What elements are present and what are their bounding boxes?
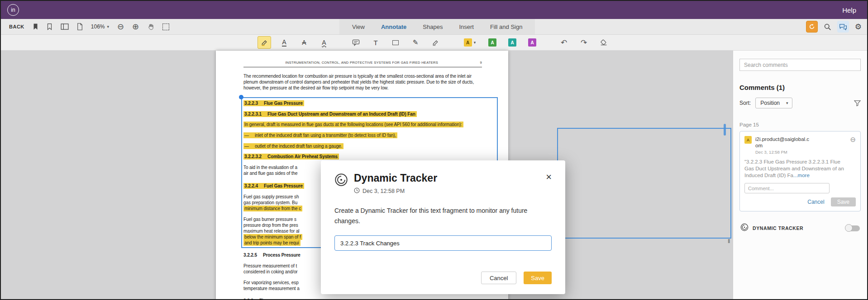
comments-count: (1) (777, 84, 785, 91)
chevron-down-icon: ▾ (474, 40, 476, 45)
undo-icon[interactable]: ↶ (557, 36, 571, 49)
document-line: —inlet of the induced draft fan using a … (243, 132, 505, 138)
gear-icon[interactable]: ⚙ (855, 23, 862, 31)
main-toolbar: BACK 106% ▾ ⊖ ⊕ Vie (1, 19, 867, 35)
dialog-title: Dynamic Tracker (354, 172, 437, 184)
help-link[interactable]: Help (842, 6, 856, 14)
tab-fill-and-sign[interactable]: Fill and Sign (482, 19, 531, 34)
app-window: in Help BACK 106% ▾ ⊖ ⊕ (0, 0, 868, 300)
dynamic-tracker-toolbar-button[interactable] (806, 21, 818, 33)
rectangle-icon (392, 40, 399, 45)
save-button[interactable]: Save (524, 272, 552, 284)
document-line: In general, draft is measured in flue ga… (243, 122, 505, 127)
tab-annotate[interactable]: Annotate (373, 19, 415, 34)
app-logo-icon: in (7, 4, 19, 16)
sort-row: Sort: Position ▾ (739, 98, 861, 108)
dialog-timestamp: Dec 3, 12:58 PM (362, 188, 405, 194)
resolve-icon[interactable]: ⊖ (850, 136, 856, 143)
highlight-color-dropdown[interactable]: A ▾ (460, 36, 479, 49)
highlight-annotation-icon: A (744, 136, 752, 144)
zoom-level-dropdown[interactable]: 106% ▾ (91, 23, 109, 30)
green-swatch-icon: A (488, 38, 496, 47)
tracker-region-rectangle (557, 128, 731, 239)
more-link[interactable]: ...more (793, 173, 810, 178)
text-t-icon: T (373, 39, 377, 47)
green-style-tool-2[interactable]: A (506, 36, 519, 49)
yellow-swatch-icon: A (464, 38, 472, 47)
dynamic-tracker-row: DYNAMIC TRACKER (739, 223, 861, 233)
dynamic-tracker-logo-icon (334, 173, 348, 188)
comment-save-button[interactable]: Save (831, 197, 856, 206)
document-line: —outlet of the induced draft fan using a… (243, 143, 505, 149)
tab-view[interactable]: View (344, 19, 373, 34)
close-icon[interactable]: × (546, 172, 552, 182)
swatch-letter: A (466, 40, 469, 45)
sort-label: Sort: (739, 100, 751, 106)
underline-a-icon: A (282, 39, 286, 47)
document-line: plenum downstream of control dampers and… (243, 79, 505, 85)
redo-icon[interactable]: ↷ (577, 36, 591, 49)
dynamic-tracker-label: DYNAMIC TRACKER (753, 225, 803, 231)
document-line: 3.2.2.3.2Combustion Air Preheat Systems (243, 154, 505, 159)
swatch-letter: A (530, 40, 534, 45)
tab-shapes[interactable]: Shapes (415, 19, 451, 34)
comment-cancel-button[interactable]: Cancel (807, 199, 824, 205)
hand-tool-icon[interactable] (147, 23, 154, 31)
document-line: 3.2.2.3.1Flue Gas Duct Upstream and Down… (243, 111, 505, 117)
comment-timestamp: Dec 3, 12:58 PM (755, 150, 811, 155)
green-style-tool-1[interactable]: A (486, 36, 499, 49)
tracker-name-input[interactable] (334, 235, 552, 251)
search-comments-input[interactable] (739, 59, 861, 71)
dynamic-tracker-icon (740, 223, 749, 233)
sticky-note-tool[interactable] (349, 36, 362, 49)
document-line: The recommended location for combustion … (243, 73, 505, 79)
underline-text-tool[interactable]: A (277, 36, 291, 49)
filter-icon[interactable] (854, 100, 861, 106)
comments-title: Comments (739, 84, 775, 91)
strikethrough-text-tool[interactable]: A (297, 36, 311, 49)
tab-insert[interactable]: Insert (451, 19, 482, 34)
dialog-header: Dynamic Tracker Dec 3, 12:58 PM × (334, 172, 552, 195)
cancel-button[interactable]: Cancel (481, 272, 516, 284)
zoom-in-button[interactable]: ⊕ (132, 23, 139, 31)
text-box-tool[interactable]: T (369, 36, 382, 49)
comment-card[interactable]: A i2i.product@saiglobal.com Dec 3, 12:58… (739, 131, 861, 211)
strikethrough-a-icon: A (302, 39, 306, 46)
comments-panel-icon[interactable] (837, 21, 849, 33)
document-line: 3.2.2.3Flue Gas Pressure (243, 100, 505, 106)
selection-handle[interactable] (239, 95, 243, 99)
rectangle-tool[interactable] (389, 36, 402, 49)
pen-tool[interactable]: ✎ (409, 36, 422, 49)
comments-heading: Comments (1) (739, 84, 861, 91)
pen-icon: ✎ (413, 38, 419, 47)
zoom-out-button[interactable]: ⊖ (117, 23, 124, 31)
comment-quote: "3.2.2.3 Flue Gas Pressure 3.2.2.3.1 Flu… (744, 159, 856, 179)
canvas-scrollbar-thumb[interactable] (724, 124, 726, 136)
titlebar: in Help (1, 1, 867, 19)
dynamic-tracker-dialog: Dynamic Tracker Dec 3, 12:58 PM × Create… (321, 160, 565, 294)
marquee-select-icon[interactable] (162, 23, 169, 30)
toggle-knob (845, 224, 853, 232)
comment-input[interactable] (744, 183, 830, 193)
clock-icon (354, 188, 360, 195)
purple-style-tool[interactable]: A (525, 36, 539, 49)
comment-card-header: A i2i.product@saiglobal.com Dec 3, 12:58… (744, 136, 856, 155)
bookmark-filled-icon[interactable] (33, 23, 38, 30)
comment-author-block: i2i.product@saiglobal.com Dec 3, 12:58 P… (755, 136, 811, 155)
page-extract-icon[interactable] (77, 23, 83, 30)
back-button[interactable]: BACK (9, 24, 24, 29)
purple-swatch-icon: A (528, 38, 536, 47)
highlighter-tool[interactable] (258, 36, 271, 49)
eraser-tool[interactable] (597, 36, 610, 49)
sidebar-resize-handle[interactable]: ‖ (728, 238, 730, 244)
search-icon[interactable] (824, 23, 831, 31)
side-panel-icon[interactable] (61, 23, 69, 30)
dynamic-tracker-toggle[interactable] (846, 225, 860, 231)
freehand-highlighter-tool[interactable] (429, 36, 442, 49)
squiggly-underline-tool[interactable]: A (317, 36, 331, 49)
bookmark-outline-icon[interactable] (47, 23, 52, 30)
zoom-value: 106% (91, 23, 105, 30)
comment-author: i2i.product@saiglobal.com (755, 136, 811, 149)
teal-swatch-icon: A (508, 38, 516, 47)
sort-dropdown[interactable]: Position ▾ (755, 98, 792, 108)
